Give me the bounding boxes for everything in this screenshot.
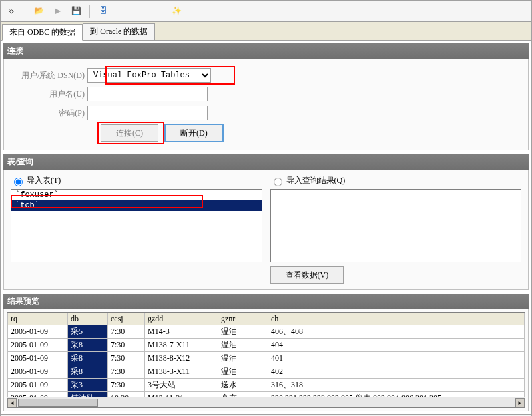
table-row[interactable]: 2005-01-09采87:30M138-8-X12温油401 (8, 352, 525, 365)
table-cell: M138-8-X12 (145, 352, 218, 365)
column-header[interactable]: db (68, 313, 108, 325)
results-grid-wrap: rqdbccsjgzddgznrch 2005-01-09采57:30M14-3… (7, 312, 525, 397)
table-cell: 316、318 (268, 379, 525, 392)
table-cell: 2005-01-09 (8, 339, 68, 352)
light-icon[interactable]: ☼ (5, 5, 18, 18)
column-header[interactable]: rq (8, 313, 68, 325)
table-cell: 7:30 (108, 352, 145, 365)
table-cell: 404 (268, 339, 525, 352)
table-cell: M12-11-31 (145, 392, 218, 398)
table-query-body: 导入表(T) `foxuser``tcb` 导入查询结果(Q) 查看数据(V) (3, 170, 529, 290)
username-input[interactable] (87, 87, 208, 101)
save-icon[interactable]: 💾 (69, 5, 83, 18)
import-query-radio-row: 导入查询结果(Q) (270, 175, 522, 186)
table-cell: 402 (268, 365, 525, 379)
table-cell: 220 221 222 223 802 805 仪表 802 804 806 3… (268, 392, 525, 398)
list-item[interactable]: `foxuser` (11, 190, 262, 200)
table-cell: 7:30 (108, 339, 145, 352)
table-cell: 2005-01-09 (8, 352, 68, 365)
table-row[interactable]: 2005-01-09捞油队10:30M12-11-31高充220 221 222… (8, 392, 525, 398)
connection-body: 用户/系统 DSN(D) Visual FoxPro Tables 用户名(U)… (3, 59, 529, 150)
table-cell: 温油 (218, 339, 268, 352)
password-input[interactable] (87, 106, 208, 120)
table-cell: 7:30 (108, 379, 145, 392)
table-cell: 高充 (218, 392, 268, 398)
table-cell: 2005-01-09 (8, 325, 68, 339)
wand-icon[interactable]: ✨ (170, 5, 183, 18)
table-cell: 406、408 (268, 325, 525, 339)
table-cell: 温油 (218, 365, 268, 379)
table-cell: M138-3-X11 (145, 365, 218, 379)
play-icon[interactable]: ▶ (51, 5, 64, 18)
open-icon[interactable]: 📂 (32, 5, 45, 18)
table-cell: 7:30 (108, 365, 145, 379)
connect-button[interactable]: 连接(C) (101, 124, 158, 142)
horizontal-scrollbar[interactable]: ◄ ► (7, 397, 525, 408)
connection-header: 连接 (3, 43, 529, 59)
table-row[interactable]: 2005-01-09采87:30M138-3-X11温油402 (8, 365, 525, 379)
password-label: 密码(P) (11, 108, 87, 119)
view-data-button[interactable]: 查看数据(V) (270, 266, 344, 284)
table-cell: 送水 (218, 379, 268, 392)
table-cell: 2005-01-09 (8, 379, 68, 392)
table-cell: 采8 (68, 365, 108, 379)
results-grid[interactable]: rqdbccsjgzddgznrch 2005-01-09采57:30M14-3… (7, 313, 525, 397)
table-cell: M138-7-X11 (145, 339, 218, 352)
tab-from-odbc[interactable]: 来自 ODBC 的数据 (2, 24, 83, 41)
table-cell: 温油 (218, 352, 268, 365)
column-header[interactable]: ccsj (108, 313, 145, 325)
table-cell: 采8 (68, 352, 108, 365)
main-panel: 连接 用户/系统 DSN(D) Visual FoxPro Tables 用户名… (0, 41, 532, 415)
table-cell: 采3 (68, 379, 108, 392)
table-cell: 2005-01-09 (8, 392, 68, 398)
tables-listbox[interactable]: `foxuser``tcb` (11, 189, 262, 262)
scroll-right-icon[interactable]: ► (515, 398, 525, 407)
table-cell: 温油 (218, 325, 268, 339)
import-table-label: 导入表(T) (27, 176, 61, 185)
dsn-label: 用户/系统 DSN(D) (11, 70, 87, 81)
results-body: rqdbccsjgzddgznrch 2005-01-09采57:30M14-3… (3, 309, 529, 411)
table-cell: 2005-01-09 (8, 365, 68, 379)
list-item[interactable]: `tcb` (11, 200, 262, 211)
table-cell: 10:30 (108, 392, 145, 398)
column-header[interactable]: gzdd (145, 313, 218, 325)
column-header[interactable]: ch (268, 313, 525, 325)
import-table-radio-row: 导入表(T) (11, 175, 262, 186)
import-query-radio[interactable] (274, 178, 282, 186)
table-cell: 7:30 (108, 325, 145, 339)
table-query-header: 表/查询 (3, 154, 529, 170)
separator (117, 5, 117, 18)
table-cell: 3号大站 (145, 379, 218, 392)
column-header[interactable]: gznr (218, 313, 268, 325)
main-toolbar: ☼ 📂 ▶ 💾 🗄 ✨ (0, 0, 532, 21)
results-header: 结果预览 (3, 294, 529, 309)
query-textarea[interactable] (270, 189, 522, 262)
table-cell: 采5 (68, 325, 108, 339)
table-cell: M14-3 (145, 325, 218, 339)
table-row[interactable]: 2005-01-09采87:30M138-7-X11温油404 (8, 339, 525, 352)
import-table-radio[interactable] (14, 178, 23, 186)
scroll-thumb[interactable] (18, 399, 98, 407)
separator (89, 5, 90, 18)
table-cell: 捞油队 (68, 392, 108, 398)
scroll-left-icon[interactable]: ◄ (7, 398, 17, 407)
separator (25, 5, 25, 18)
table-cell: 采8 (68, 339, 108, 352)
tab-strip: 来自 ODBC 的数据 到 Oracle 的数据 (0, 21, 532, 41)
table-row[interactable]: 2005-01-09采37:303号大站送水316、318 (8, 379, 525, 392)
table-row[interactable]: 2005-01-09采57:30M14-3温油406、408 (8, 325, 525, 339)
tab-to-oracle[interactable]: 到 Oracle 的数据 (83, 23, 155, 40)
table-cell: 401 (268, 352, 525, 365)
import-query-label: 导入查询结果(Q) (286, 176, 346, 185)
database-icon[interactable]: 🗄 (97, 5, 110, 18)
dsn-select[interactable]: Visual FoxPro Tables (87, 68, 211, 83)
disconnect-button[interactable]: 断开(D) (165, 124, 223, 142)
user-label: 用户名(U) (11, 89, 87, 100)
